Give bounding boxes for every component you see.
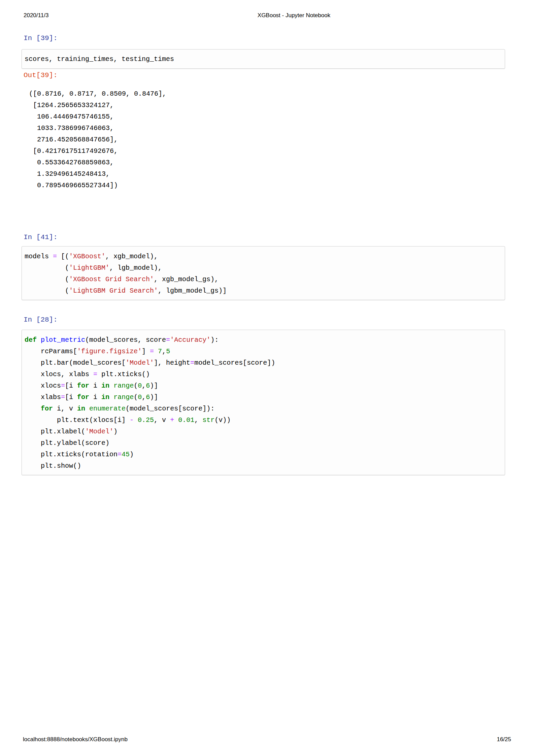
code-cell-input-41[interactable]: models = [('XGBoost', xgb_model), ('Ligh… xyxy=(22,246,505,300)
code-line: def plot_metric(model_scores, score='Acc… xyxy=(25,334,501,346)
code-line: for i, v in enumerate(model_scores[score… xyxy=(25,403,501,415)
code-line: xlocs=[i for i in range(0,6)] xyxy=(25,380,501,392)
code-cell-input-39[interactable]: scores, training_times, testing_times xyxy=(22,49,505,69)
code-line: plt.bar(model_scores['Model'], height=mo… xyxy=(25,357,501,369)
output-area-39: ([0.8716, 0.8717, 0.8509, 0.8476], [1264… xyxy=(29,88,166,191)
code-line: plt.xticks(rotation=45) xyxy=(25,449,501,460)
notebook-print-page: 2020/11/3 XGBoost - Jupyter Notebook In … xyxy=(0,0,534,756)
input-prompt-39: In [39]: xyxy=(24,34,58,42)
footer-page-number: 16/25 xyxy=(497,736,511,743)
output-prompt-39: Out[39]: xyxy=(24,71,58,79)
code-line: rcParams['figure.figsize'] = 7,5 xyxy=(25,346,501,357)
input-prompt-28: In [28]: xyxy=(24,316,58,324)
code-line: ('XGBoost Grid Search', xgb_model_gs), xyxy=(25,274,501,285)
code-line: scores, training_times, testing_times xyxy=(25,54,501,64)
code-line: plt.xlabel('Model') xyxy=(25,426,501,437)
code-line: plt.show() xyxy=(25,460,501,472)
code-line: xlocs, xlabs = plt.xticks() xyxy=(25,369,501,380)
code-line: plt.ylabel(score) xyxy=(25,437,501,449)
code-line: xlabs=[i for i in range(0,6)] xyxy=(25,392,501,403)
print-header-date: 2020/11/3 xyxy=(24,12,48,19)
code-line: ('LightGBM', lgb_model), xyxy=(25,262,501,274)
page-title: XGBoost - Jupyter Notebook xyxy=(258,12,330,19)
footer-url: localhost:8888/notebooks/XGBoost.ipynb xyxy=(23,736,128,743)
input-prompt-41: In [41]: xyxy=(24,233,58,241)
code-line: ('LightGBM Grid Search', lgbm_model_gs)] xyxy=(25,285,501,297)
code-line: models = [('XGBoost', xgb_model), xyxy=(25,251,501,262)
code-line: plt.text(xlocs[i] - 0.25, v + 0.01, str(… xyxy=(25,415,501,426)
code-cell-input-28[interactable]: def plot_metric(model_scores, score='Acc… xyxy=(22,330,505,475)
